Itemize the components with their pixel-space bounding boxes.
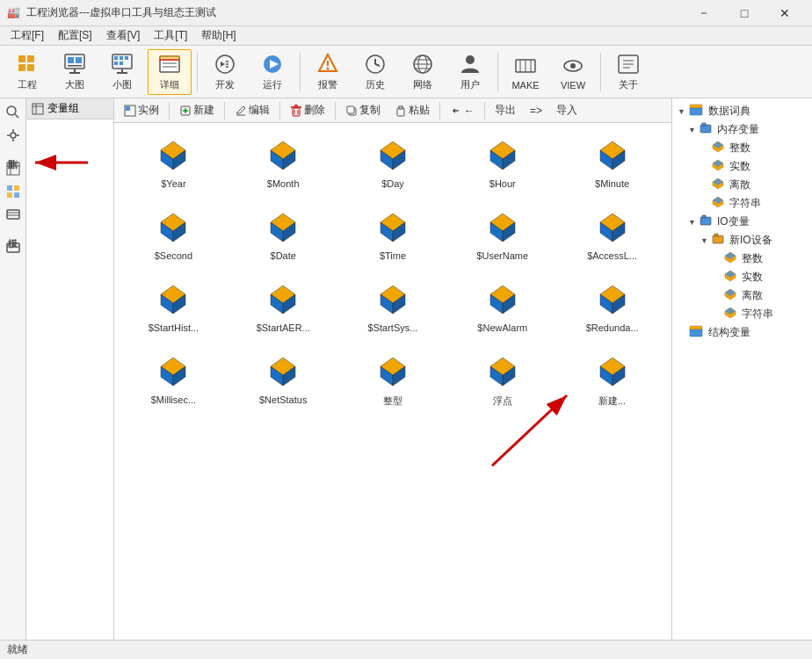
center-btn-instance-label: 实例	[138, 103, 159, 118]
tree-item-5[interactable]: 字符串	[676, 194, 808, 213]
grid-item-7[interactable]: $Time	[343, 204, 444, 267]
tree-label-1: 内存变量	[717, 122, 759, 137]
grid-item-4[interactable]: $Minute	[562, 132, 663, 195]
toolbar-btn-smallview[interactable]: 小图	[100, 49, 144, 95]
toolbar-btn-about[interactable]: 关于	[606, 49, 650, 95]
sidebar-btn-region[interactable]	[3, 181, 24, 202]
center-btn-import[interactable]: 导入	[550, 101, 584, 120]
tree-item-10[interactable]: 离散	[676, 286, 808, 305]
grid-item-12[interactable]: $StartSys...	[343, 276, 444, 339]
svg-rect-17	[117, 72, 127, 74]
instance-icon	[124, 105, 136, 117]
grid-item-14[interactable]: $Redunda...	[562, 276, 663, 339]
toolbar-btn-bigview[interactable]: 大图	[53, 49, 97, 95]
grid-item-15[interactable]: $Millisec...	[123, 348, 224, 414]
tree-item-12[interactable]: 结构变量	[676, 323, 808, 342]
svg-rect-9	[69, 72, 80, 74]
grid-item-19[interactable]: 新建...	[562, 348, 663, 414]
grid-item-label-0: $Year	[161, 178, 185, 189]
toolbar-btn-history[interactable]: 历史	[353, 49, 397, 95]
center-btn-new[interactable]: 新建	[173, 101, 221, 120]
menu-config[interactable]: 配置[S]	[51, 26, 99, 45]
grid-item-18[interactable]: 浮点	[452, 348, 553, 414]
menu-view[interactable]: 查看[V]	[99, 26, 148, 45]
menu-project[interactable]: 工程[F]	[4, 26, 51, 45]
cube-icon-14	[595, 282, 630, 319]
center-btn-instance[interactable]: 实例	[118, 101, 165, 120]
center-btn-edit[interactable]: 编辑	[228, 101, 276, 120]
svg-rect-86	[347, 106, 354, 113]
grid-item-3[interactable]: $Hour	[452, 132, 553, 195]
toolbar-btn-alarm[interactable]: 报警	[306, 49, 350, 95]
grid-item-0[interactable]: $Year	[123, 132, 224, 195]
title-controls: － □ ✕	[684, 0, 805, 26]
grid-item-6[interactable]: $Date	[233, 204, 334, 267]
user-icon	[458, 52, 482, 76]
toolbar-btn-user[interactable]: 用户	[448, 49, 492, 95]
toolbar-btn-develop[interactable]: 开发	[203, 49, 247, 95]
close-button[interactable]: ✕	[765, 0, 805, 26]
tree-item-4[interactable]: 离散	[676, 176, 808, 194]
toolbar-btn-make[interactable]: MAKE	[504, 49, 547, 95]
grid-item-2[interactable]: $Day	[343, 132, 444, 195]
toolbar-btn-detail[interactable]: 详细	[148, 49, 192, 95]
toolbar-btn-network[interactable]: 网络	[401, 49, 445, 95]
sidebar-btn-extra[interactable]	[3, 237, 24, 258]
center-btn-export[interactable]: 导出	[489, 101, 522, 120]
toolbar-sep-4	[600, 53, 601, 91]
status-bar: 就绪	[0, 640, 812, 659]
sidebar-btn-settings[interactable]	[3, 125, 24, 146]
tree-label-8: 整数	[742, 251, 763, 266]
grid-item-17[interactable]: 整型	[343, 348, 444, 414]
toolbar-btn-view[interactable]: VIEW	[551, 49, 595, 95]
toolbar-label-history: 历史	[366, 78, 385, 91]
bigview-icon	[62, 52, 87, 76]
grid-item-11[interactable]: $StartAER...	[233, 276, 334, 339]
svg-rect-23	[160, 55, 179, 60]
grid-item-8[interactable]: $UserName	[452, 204, 553, 267]
center-toolbar: 实例 新建 编辑	[114, 98, 671, 123]
tree-label-5: 字符串	[729, 196, 761, 211]
main-toolbar: 工程 大图	[0, 46, 812, 98]
svg-point-54	[11, 133, 16, 138]
tree-item-7[interactable]: ▼ 新IO设备	[676, 231, 808, 250]
menu-tools[interactable]: 工具[T]	[147, 26, 194, 45]
center-btn-back-label: ←	[464, 105, 475, 117]
tree-item-2[interactable]: 整数	[676, 139, 808, 157]
grid-item-13[interactable]: $NewAlarm	[452, 276, 553, 339]
tree-item-1[interactable]: ▼ 内存变量	[676, 120, 808, 139]
svg-rect-11	[114, 56, 118, 60]
center-btn-paste[interactable]: 粘贴	[388, 101, 436, 120]
sidebar-btn-template[interactable]: 模板	[3, 227, 24, 235]
center-btn-delete[interactable]: 删除	[284, 101, 331, 120]
tree-item-0[interactable]: ▼ 数据词典	[676, 102, 808, 120]
tree-item-3[interactable]: 实数	[676, 157, 808, 176]
center-btn-back[interactable]: ←	[444, 101, 481, 120]
toolbar-btn-run[interactable]: 运行	[250, 49, 294, 95]
grid-item-label-5: $Second	[155, 250, 192, 261]
grid-item-1[interactable]: $Month	[233, 132, 334, 195]
toolbar-btn-project[interactable]: 工程	[5, 49, 49, 95]
tree-item-9[interactable]: 实数	[676, 268, 808, 286]
tree-item-8[interactable]: 整数	[676, 250, 808, 268]
center-btn-arrow[interactable]: =>	[524, 101, 548, 120]
grid-item-16[interactable]: $NetStatus	[233, 348, 334, 414]
sidebar-btn-variable[interactable]	[3, 158, 24, 179]
menu-help[interactable]: 帮助[H]	[194, 26, 243, 45]
maximize-button[interactable]: □	[724, 0, 765, 26]
grid-item-5[interactable]: $Second	[123, 204, 224, 267]
grid-item-label-12: $StartSys...	[368, 322, 418, 333]
center-btn-copy[interactable]: 复制	[339, 101, 387, 120]
gear-icon	[15, 52, 40, 76]
tree-item-11[interactable]: 字符串	[676, 305, 808, 323]
grid-item-10[interactable]: $StartHist...	[123, 276, 224, 339]
grid-item-label-9: $AccessL...	[587, 250, 637, 261]
tree-item-6[interactable]: ▼ IO变量	[676, 213, 808, 231]
sidebar-btn-delete[interactable]: 删除	[3, 148, 24, 156]
sidebar-btn-search[interactable]	[3, 102, 24, 123]
grid-item-9[interactable]: $AccessL...	[562, 204, 663, 267]
tree-expand-1: ▼	[688, 126, 697, 134]
minimize-button[interactable]: －	[684, 0, 724, 26]
develop-icon	[213, 52, 237, 76]
sidebar-btn-view2[interactable]	[3, 204, 24, 225]
